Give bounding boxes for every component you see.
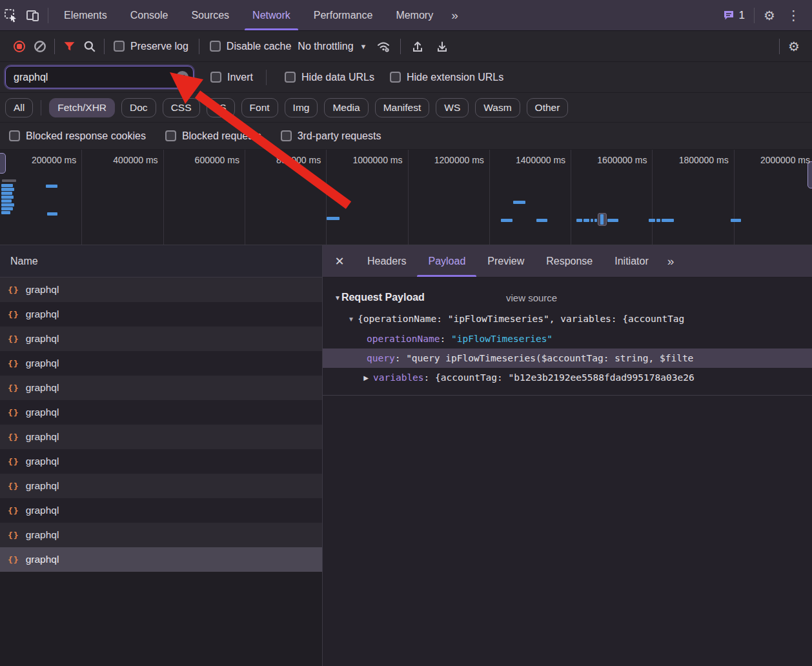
- divider: [323, 395, 812, 396]
- tab-performance[interactable]: Performance: [302, 0, 385, 30]
- tab-sources[interactable]: Sources: [179, 0, 241, 30]
- invert-checkbox[interactable]: Invert: [210, 72, 253, 83]
- payload-key: query: [367, 353, 395, 363]
- flag-label: 3rd-party requests: [298, 130, 381, 142]
- request-name: graphql: [26, 382, 59, 394]
- network-settings-button[interactable]: ⚙: [784, 36, 804, 57]
- request-row[interactable]: {}graphql: [0, 278, 322, 302]
- funnel-icon: [63, 41, 76, 52]
- search-button[interactable]: [79, 36, 100, 57]
- caret-right-icon[interactable]: ▶: [359, 374, 373, 381]
- more-tabs-button[interactable]: »: [660, 245, 682, 277]
- clear-filter-button[interactable]: ✕: [176, 71, 188, 83]
- details-tab-response[interactable]: Response: [535, 245, 604, 277]
- export-har-button[interactable]: [432, 36, 452, 57]
- record-network-log-button[interactable]: [9, 36, 30, 57]
- request-name: graphql: [26, 333, 59, 345]
- filter-chip-other[interactable]: Other: [527, 98, 569, 117]
- request-name: graphql: [26, 505, 59, 516]
- request-row[interactable]: {}graphql: [0, 376, 322, 400]
- payload-row[interactable]: operationName: "ipFlowTimeseries": [323, 329, 812, 348]
- request-row[interactable]: {}graphql: [0, 523, 322, 547]
- filter-chip-media[interactable]: Media: [324, 98, 368, 117]
- filter-chip-css[interactable]: CSS: [163, 98, 200, 117]
- fetch-xhr-icon: {}: [8, 506, 19, 516]
- checkbox-icon: [165, 130, 176, 141]
- disable-cache-checkbox[interactable]: Disable cache: [210, 41, 292, 52]
- filter-chip-font[interactable]: Font: [241, 98, 278, 117]
- timeline-right-handle[interactable]: [807, 161, 812, 188]
- payload-row[interactable]: ▶variables: {accountTag: "b12e3b2192ee55…: [323, 368, 812, 387]
- filter-chip-all[interactable]: All: [5, 98, 33, 117]
- request-row[interactable]: {}graphql: [0, 474, 322, 498]
- details-tab-headers[interactable]: Headers: [356, 245, 417, 277]
- details-tab-preview[interactable]: Preview: [476, 245, 535, 277]
- timeline-request-bar: [513, 201, 525, 204]
- details-tabs: HeadersPayloadPreviewResponseInitiator: [356, 245, 660, 277]
- request-flags-row: Blocked response cookiesBlocked requests…: [0, 123, 812, 150]
- request-row[interactable]: {}graphql: [0, 400, 322, 425]
- request-row[interactable]: {}graphql: [0, 425, 322, 449]
- name-column-header[interactable]: Name: [0, 245, 322, 278]
- details-tab-initiator[interactable]: Initiator: [604, 245, 659, 277]
- request-row[interactable]: {}graphql: [0, 547, 322, 572]
- filter-chip-js[interactable]: JS: [207, 98, 235, 117]
- filter-chip-ws[interactable]: WS: [436, 98, 469, 117]
- payload-row[interactable]: query: "query ipFlowTimeseries($accountT…: [323, 348, 812, 368]
- tab-console[interactable]: Console: [119, 0, 180, 30]
- 3rd-party-requests-checkbox[interactable]: 3rd-party requests: [281, 130, 381, 142]
- request-row[interactable]: {}graphql: [0, 327, 322, 351]
- console-messages-button[interactable]: 1: [717, 9, 750, 22]
- close-details-button[interactable]: ✕: [323, 245, 356, 277]
- timeline-request-bar: [46, 185, 57, 188]
- settings-button[interactable]: ⚙: [758, 8, 780, 23]
- inspect-element-button[interactable]: [0, 0, 22, 30]
- preserve-log-checkbox[interactable]: Preserve log: [114, 41, 188, 52]
- blocked-response-cookies-checkbox[interactable]: Blocked response cookies: [9, 130, 146, 142]
- more-panels-button[interactable]: »: [445, 0, 465, 30]
- customize-devtools-button[interactable]: ⋮: [780, 8, 807, 23]
- three-dot-menu-icon: ⋮: [787, 8, 800, 23]
- view-source-link[interactable]: view source: [506, 292, 557, 303]
- timeline-tick-label: 600000 ms: [167, 155, 239, 165]
- filter-chip-img[interactable]: Img: [285, 98, 318, 117]
- divider: [199, 39, 199, 54]
- blocked-requests-checkbox[interactable]: Blocked requests: [165, 130, 261, 142]
- hide-extension-urls-checkbox[interactable]: Hide extension URLs: [390, 72, 503, 83]
- hide-data-urls-checkbox[interactable]: Hide data URLs: [285, 72, 374, 83]
- request-row[interactable]: {}graphql: [0, 302, 322, 327]
- network-conditions-button[interactable]: [373, 36, 394, 57]
- divider: [48, 8, 48, 23]
- fetch-xhr-icon: {}: [8, 285, 19, 295]
- caret-down-icon[interactable]: ▼: [334, 294, 341, 301]
- import-har-button[interactable]: [407, 36, 428, 57]
- timeline-tick-label: 1600000 ms: [574, 155, 647, 165]
- details-tab-payload[interactable]: Payload: [417, 245, 476, 277]
- tab-memory[interactable]: Memory: [384, 0, 445, 30]
- filter-chip-wasm[interactable]: Wasm: [475, 98, 520, 117]
- request-row[interactable]: {}graphql: [0, 449, 322, 474]
- filter-chip-manifest[interactable]: Manifest: [375, 98, 430, 117]
- device-toolbar-button[interactable]: [22, 0, 44, 30]
- timeline-request-bar: [1, 192, 12, 195]
- download-icon: [436, 40, 449, 53]
- filter-toggle-button[interactable]: [59, 36, 79, 57]
- timeline-tick-label: 400000 ms: [86, 155, 158, 165]
- fetch-xhr-icon: {}: [8, 481, 19, 491]
- clear-network-log-button[interactable]: [30, 36, 50, 57]
- request-row[interactable]: {}graphql: [0, 498, 322, 523]
- throttling-dropdown[interactable]: No throttling ▼: [291, 41, 373, 52]
- network-overview-timeline[interactable]: 200000 ms400000 ms600000 ms800000 ms1000…: [0, 150, 812, 245]
- network-toolbar: Preserve log Disable cache No throttling…: [0, 31, 812, 62]
- divider: [104, 39, 105, 54]
- invert-label: Invert: [227, 72, 253, 83]
- filter-input[interactable]: [5, 66, 194, 88]
- caret-down-icon[interactable]: ▼: [345, 316, 358, 323]
- timeline-gridline: [571, 150, 571, 245]
- tab-elements[interactable]: Elements: [52, 0, 119, 30]
- chevron-down-icon: ▼: [360, 43, 367, 50]
- tab-network[interactable]: Network: [241, 0, 302, 30]
- request-row[interactable]: {}graphql: [0, 351, 322, 376]
- filter-chip-fetch-xhr[interactable]: Fetch/XHR: [49, 98, 115, 117]
- filter-chip-doc[interactable]: Doc: [121, 98, 156, 117]
